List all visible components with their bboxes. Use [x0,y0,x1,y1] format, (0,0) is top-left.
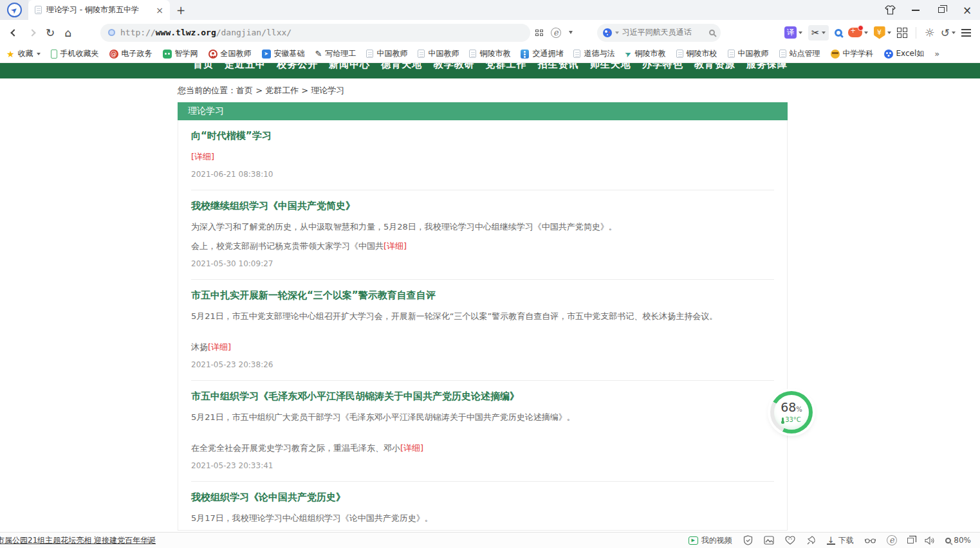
pen-icon: ✎ [315,50,322,58]
undo-closed-tab-button[interactable]: ↺ [941,26,956,39]
home-button[interactable]: ⌂ [59,24,77,42]
browser-tab[interactable]: 理论学习 - 铜陵市第五中学 × [28,0,170,20]
security-shield-button[interactable] [743,535,753,545]
nav-item-10[interactable]: 教育资源 [694,63,735,71]
refresh-button[interactable]: ↻ [41,24,59,42]
download-button[interactable]: ↓下载 [827,535,854,546]
screenshot-caret-icon[interactable] [822,32,826,34]
status-marquee-link[interactable]: 市属公园21组主题花坛亮相 迎接建党百年华诞 [0,535,156,546]
zoom-control[interactable]: 80% [945,536,971,545]
detail-link[interactable]: [详细] [400,443,423,453]
nav-item-5[interactable]: 教学教研 [433,63,474,71]
forward-button[interactable] [23,24,41,42]
menu-button[interactable] [961,29,971,37]
qr-code-icon[interactable] [535,30,543,36]
detail-link[interactable]: [详细] [384,241,407,251]
bookmark-item-12[interactable]: ➤铜陵市教 [625,48,665,59]
new-tab-button[interactable]: + [170,0,192,20]
wallet-caret-icon[interactable] [887,32,891,34]
bookmark-item-5[interactable]: ➤安徽基础 [262,48,305,59]
detail-link[interactable]: [详细] [208,342,231,352]
window-mode-button[interactable] [907,538,914,543]
boost-button[interactable] [806,536,816,545]
minimize-button[interactable] [903,0,929,20]
tab-favicon-page-icon [35,6,42,14]
close-button[interactable]: × [954,0,980,20]
bookmark-item-17[interactable]: Excel如 [884,48,925,59]
undo-caret-icon[interactable] [952,32,956,34]
nav-item-4[interactable]: 德育天地 [381,63,422,71]
nav-item-0[interactable]: 首页 [193,63,214,71]
site-info-icon[interactable] [108,29,115,36]
speed-temperature-badge[interactable]: 68% 33°C [770,391,813,434]
translate-caret-icon[interactable] [799,32,802,34]
nav-item-2[interactable]: 校务公开 [277,63,318,71]
bookmark-item-1[interactable]: 手机收藏夹 [51,48,99,59]
nav-item-11[interactable]: 服务保障 [746,63,788,71]
back-button[interactable] [5,24,23,42]
tabbar-spacer [192,0,877,20]
article-detail-line: 在全党全社会开展党史学习教育之际，重温毛泽东、邓小[详细] [191,441,774,455]
search-box[interactable]: 习近平同航天员通话 [597,24,721,42]
download-icon: ↓ [827,536,835,545]
screenshot-button[interactable]: ✂ [808,25,829,41]
tab-close-icon[interactable]: × [156,5,163,15]
bookmark-item-8[interactable]: 中国教师 [418,48,459,59]
theme-tshirt-button[interactable] [877,0,903,20]
bookmark-item-13[interactable]: 铜陵市校 [676,48,717,59]
article-title[interactable]: 市五中扎实开展新一轮深化“三个以案”警示教育自查自评 [191,289,774,302]
bookmark-item-9[interactable]: 铜陵市教 [469,48,510,59]
bookmark-item-10[interactable]: 交通拥堵 [521,48,563,59]
health-mode-button[interactable] [785,536,795,545]
bookmark-item-0[interactable]: ★收藏 [6,48,41,59]
status-bar-tools: ▶我的视频 ↓下载 e 80% [689,535,980,546]
translate-button[interactable]: 译 [784,26,802,39]
mute-button[interactable] [925,536,934,545]
baidu-search-icon[interactable] [603,28,612,37]
browser-logo[interactable]: ➤ [0,0,28,20]
nav-item-8[interactable]: 师生天地 [590,63,631,71]
bookmark-item-11[interactable]: 道德与法 [573,48,615,59]
find-button[interactable] [835,29,842,37]
wallet-button[interactable]: ¥ [874,26,891,39]
daynight-button[interactable]: ☼ [925,26,935,39]
apps-grid-button[interactable] [897,28,907,38]
article-title[interactable]: 我校组织学习《论中国共产党历史》 [191,491,774,504]
games-button[interactable] [848,28,868,37]
search-engine-caret-icon[interactable] [615,32,619,34]
article-item-0: 向“时代楷模”学习[详细]2021-06-21 08:38:10 [191,120,774,179]
bookmark-label: 智学网 [175,48,198,59]
restore-button[interactable] [929,0,954,20]
nav-item-7[interactable]: 招生资讯 [538,63,579,71]
games-caret-icon[interactable] [864,32,868,34]
reading-mode-button[interactable] [865,538,876,543]
bookmark-item-15[interactable]: 站点管理 [779,48,820,59]
my-videos-button[interactable]: ▶我的视频 [689,535,732,546]
bookmark-item-2[interactable]: @电子政务 [109,48,153,59]
anhui-icon: ➤ [262,50,271,59]
detail-link[interactable]: [详细] [191,152,214,161]
article-title[interactable]: 市五中组织学习《毛泽东邓小平江泽民胡锦涛关于中国共产党历史论述摘编》 [191,390,774,403]
bookmark-caret-icon[interactable] [37,53,41,55]
nav-item-9[interactable]: 办学特色 [642,63,683,71]
nav-item-6[interactable]: 党群工作 [485,63,526,71]
nav-item-1[interactable]: 走近五中 [225,63,266,71]
search-query[interactable]: 习近平同航天员通话 [622,27,706,38]
web-capture-button[interactable] [764,536,774,545]
address-bar[interactable]: http://www.tlwz.org/dangjian/llxx/ [100,24,530,42]
chevron-down-icon[interactable] [569,31,573,34]
bookmark-item-4[interactable]: 全国教师 [208,48,252,59]
nav-item-3[interactable]: 新闻中心 [329,63,370,71]
bookmark-item-3[interactable]: 智学网 [163,48,198,59]
search-magnifier-icon[interactable] [709,30,715,35]
article-title[interactable]: 向“时代楷模”学习 [191,129,774,142]
bookmark-item-14[interactable]: 中国教师 [728,48,769,59]
url-text[interactable]: http://www.tlwz.org/dangjian/llxx/ [120,28,291,37]
article-title[interactable]: 我校继续组织学习《中国共产党简史》 [191,199,774,212]
ie-mode-button[interactable]: e [887,535,897,545]
bookmark-item-16[interactable]: 中学学科 [831,48,874,59]
bookmarks-overflow-button[interactable]: » [934,49,939,59]
bookmark-item-7[interactable]: 中国教师 [366,48,407,59]
bookmark-item-6[interactable]: ✎写给理工 [315,48,356,59]
ie-compat-icon[interactable]: e [550,26,562,38]
